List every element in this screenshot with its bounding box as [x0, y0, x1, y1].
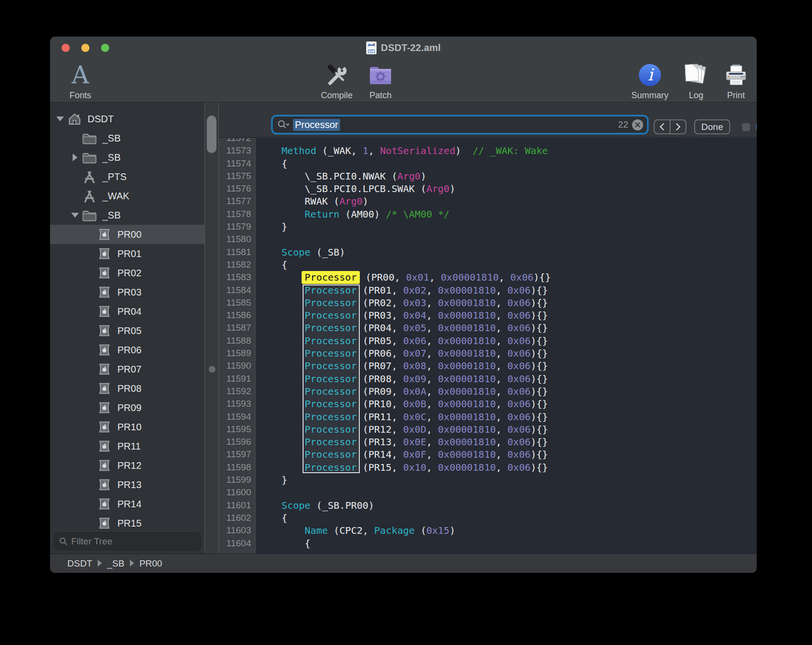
- sidebar-item-pr02[interactable]: PR02: [50, 263, 204, 283]
- breadcrumb-item[interactable]: PR00: [140, 558, 163, 568]
- sidebar-item-label: PR11: [117, 441, 141, 452]
- svg-text:AML: AML: [369, 50, 374, 52]
- code-segment: 0x0B: [403, 398, 426, 410]
- code-line: Processor (PR07, 0x08, 0x00001810, 0x06)…: [258, 360, 757, 372]
- print-label: Print: [727, 90, 745, 101]
- code-segment: (PR02,: [357, 297, 403, 309]
- clear-search-button[interactable]: [632, 119, 643, 130]
- sidebar-item-pr01[interactable]: PR01: [50, 244, 204, 263]
- line-number: 11593: [219, 398, 251, 410]
- sidebar-scrollbar-thumb[interactable]: [207, 116, 216, 153]
- code-segment: ,: [496, 348, 508, 359]
- code-segment: ,: [496, 310, 508, 321]
- code-segment: [258, 208, 304, 220]
- line-number: 11599: [219, 474, 251, 486]
- sidebar-item-pr04[interactable]: PR04: [50, 302, 204, 321]
- code-segment: ){}: [531, 373, 548, 385]
- code-segment: ,: [426, 462, 438, 473]
- sidebar-item-pr12[interactable]: PR12: [50, 456, 204, 475]
- code-segment: Processor: [304, 284, 356, 296]
- sidebar-item-sb[interactable]: _SB: [50, 129, 204, 148]
- sidebar-item-pr13[interactable]: PR13: [50, 475, 204, 494]
- code-segment: Processor: [304, 322, 356, 334]
- code-segment: ,: [499, 271, 510, 283]
- code-segment: ){}: [531, 360, 548, 372]
- code-segment: ): [420, 170, 426, 182]
- code-segment: ,: [426, 335, 438, 347]
- replace-label: Replace: [756, 122, 757, 132]
- code-segment: 0x06: [510, 271, 533, 283]
- breadcrumb-item[interactable]: DSDT: [67, 558, 92, 568]
- line-number: 11582: [219, 258, 251, 271]
- processor-icon: [97, 344, 112, 356]
- sidebar-item-pr05[interactable]: PR05: [50, 321, 204, 340]
- code-segment: 0x00001810: [438, 436, 495, 448]
- sidebar-item-pr11[interactable]: PR11: [50, 437, 204, 456]
- print-button[interactable]: Print: [707, 61, 757, 101]
- split-drag-handle[interactable]: [209, 366, 216, 373]
- folder-icon: [82, 209, 97, 221]
- patch-label: Patch: [369, 90, 392, 101]
- sidebar-item-pr10[interactable]: PR10: [50, 417, 204, 437]
- line-number: 11586: [219, 309, 251, 322]
- sidebar-item-pr09[interactable]: PR09: [50, 398, 204, 417]
- code-segment: 0x00001810: [438, 449, 495, 460]
- code-segment: ,: [496, 398, 508, 410]
- fonts-button[interactable]: A Fonts: [51, 61, 109, 101]
- code-segment: Processor: [304, 424, 356, 435]
- disclosure-triangle-icon[interactable]: [69, 154, 81, 161]
- code-line: Scope (_SB.PR00): [258, 499, 757, 512]
- sidebar-item-label: PR01: [117, 248, 141, 259]
- sidebar-item-sb[interactable]: _SB: [50, 148, 204, 167]
- code-segment: [258, 348, 304, 359]
- line-number: 11602: [219, 512, 251, 524]
- disclosure-triangle-icon[interactable]: [54, 116, 66, 121]
- sidebar-item-dsdt[interactable]: DSDT: [50, 109, 204, 129]
- code-line: }: [258, 220, 757, 233]
- find-next-button[interactable]: [670, 120, 685, 133]
- search-icon: [59, 537, 67, 545]
- code-segment: (PR12,: [357, 424, 403, 435]
- code-segment: [258, 246, 281, 258]
- breadcrumb-item[interactable]: _SB: [107, 558, 125, 568]
- done-label: Done: [701, 122, 723, 132]
- sidebar-item-pr08[interactable]: PR08: [50, 379, 204, 398]
- sidebar-item-pr06[interactable]: PR06: [50, 340, 204, 360]
- sidebar-item-wak[interactable]: _WAK: [50, 186, 204, 206]
- done-button[interactable]: Done: [694, 119, 730, 134]
- code-segment: \_SB.PCI0.NWAK (: [258, 170, 397, 182]
- replace-toggle: Replace: [742, 119, 757, 134]
- sidebar-item-label: PR14: [117, 499, 141, 510]
- sidebar-item-pr07[interactable]: PR07: [50, 360, 204, 379]
- code-segment: Processor: [304, 360, 356, 372]
- line-number-gutter: 1157211573115741157511576115771157811579…: [219, 138, 255, 554]
- code-segment: ,: [496, 322, 508, 334]
- code-editor[interactable]: Method (_WAK, 1, NotSerialized) // _WAK:…: [255, 138, 757, 554]
- code-segment: {: [258, 538, 310, 549]
- code-segment: 0x0D: [403, 424, 426, 435]
- title-bar: AML DSDT-22.aml: [50, 37, 757, 59]
- patch-button[interactable]: Patch: [352, 61, 409, 101]
- replace-checkbox[interactable]: [742, 123, 750, 131]
- disclosure-triangle-icon[interactable]: [69, 213, 81, 218]
- sidebar-item-pts[interactable]: _PTS: [50, 167, 204, 186]
- sidebar-item-sb[interactable]: _SB: [50, 206, 204, 225]
- search-menu-icon[interactable]: [278, 120, 289, 129]
- sidebar-item-pr00[interactable]: PR00: [50, 225, 204, 244]
- sidebar-item-pr03[interactable]: PR03: [50, 283, 204, 302]
- find-previous-button[interactable]: [655, 120, 670, 133]
- breadcrumb: DSDT_SBPR00: [67, 558, 162, 569]
- code-line: Processor (PR11, 0x0C, 0x00001810, 0x06)…: [258, 411, 757, 423]
- current-find-match: Processor: [302, 271, 359, 284]
- line-number: 11575: [219, 170, 251, 182]
- code-segment: 0x08: [403, 360, 426, 372]
- sidebar-item-pr15[interactable]: PR15: [50, 514, 204, 533]
- filter-tree-field[interactable]: Filter Tree: [54, 532, 201, 550]
- code-segment: (AM00): [340, 208, 386, 220]
- line-number: 11588: [219, 335, 251, 347]
- code-line: Processor (PR03, 0x04, 0x00001810, 0x06)…: [258, 309, 757, 322]
- processor-icon: [97, 517, 112, 529]
- find-input[interactable]: Processor 22: [273, 116, 647, 133]
- sidebar-item-pr14[interactable]: PR14: [50, 494, 204, 514]
- find-query-text: Processor: [293, 119, 340, 131]
